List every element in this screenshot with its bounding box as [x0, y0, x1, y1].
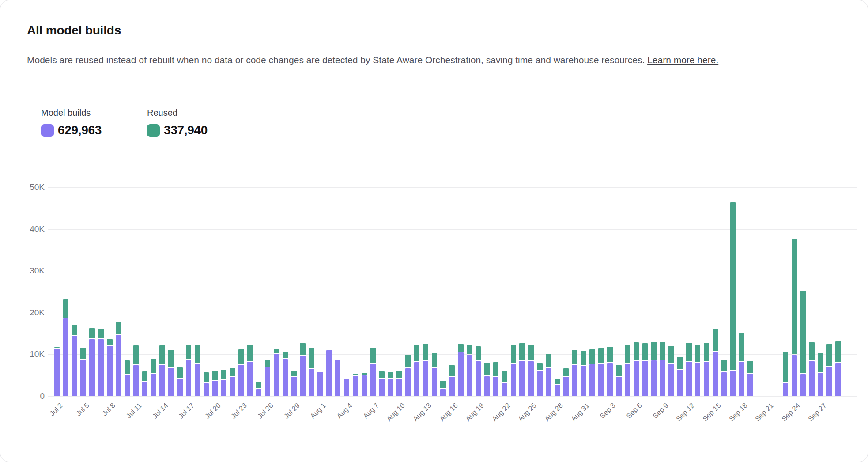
builds-bar-segment[interactable] [826, 367, 832, 396]
reused-bar-segment[interactable] [476, 346, 481, 360]
bar-group[interactable] [202, 372, 211, 396]
builds-bar-segment[interactable] [511, 364, 517, 396]
bar-group[interactable] [325, 350, 333, 396]
reused-bar-segment[interactable] [484, 363, 490, 375]
builds-bar-segment[interactable] [221, 380, 226, 396]
reused-bar-segment[interactable] [204, 372, 209, 382]
reused-bar-segment[interactable] [625, 345, 630, 363]
reused-bar-segment[interactable] [730, 202, 736, 370]
builds-bar-segment[interactable] [238, 365, 244, 396]
builds-bar-segment[interactable] [607, 363, 613, 396]
bar-group[interactable] [228, 368, 237, 396]
reused-bar-segment[interactable] [414, 345, 420, 362]
builds-bar-segment[interactable] [168, 368, 174, 396]
builds-bar-segment[interactable] [265, 367, 271, 396]
builds-bar-segment[interactable] [704, 362, 709, 396]
builds-bar-segment[interactable] [212, 381, 218, 396]
builds-bar-segment[interactable] [72, 336, 78, 396]
builds-bar-segment[interactable] [107, 346, 113, 396]
builds-bar-segment[interactable] [739, 362, 744, 396]
builds-bar-segment[interactable] [423, 361, 429, 396]
bar-group[interactable] [720, 360, 728, 396]
reused-bar-segment[interactable] [546, 354, 551, 367]
builds-bar-segment[interactable] [396, 379, 402, 396]
bar-group[interactable] [808, 342, 816, 396]
builds-bar-segment[interactable] [432, 368, 438, 396]
reused-bar-segment[interactable] [300, 343, 306, 355]
bar-group[interactable] [658, 342, 667, 396]
bar-group[interactable] [790, 239, 799, 396]
reused-bar-segment[interactable] [212, 371, 218, 380]
bar-group[interactable] [333, 360, 342, 396]
bar-group[interactable] [632, 342, 641, 396]
builds-bar-segment[interactable] [598, 364, 604, 396]
builds-bar-segment[interactable] [274, 354, 279, 396]
builds-bar-segment[interactable] [651, 360, 657, 396]
builds-bar-segment[interactable] [370, 364, 376, 396]
bar-group[interactable] [527, 345, 536, 396]
reused-bar-segment[interactable] [116, 322, 121, 334]
bar-group[interactable] [237, 349, 245, 396]
bar-group[interactable] [816, 353, 825, 396]
builds-bar-segment[interactable] [379, 379, 385, 396]
reused-bar-segment[interactable] [721, 360, 727, 371]
bar-group[interactable] [395, 371, 404, 396]
builds-bar-segment[interactable] [98, 339, 104, 396]
reused-bar-segment[interactable] [581, 351, 587, 365]
builds-bar-segment[interactable] [353, 376, 359, 396]
reused-bar-segment[interactable] [528, 345, 534, 361]
builds-bar-segment[interactable] [555, 385, 560, 396]
reused-bar-segment[interactable] [379, 371, 385, 378]
reused-bar-segment[interactable] [598, 348, 604, 363]
reused-bar-segment[interactable] [159, 345, 165, 364]
bar-group[interactable] [509, 345, 518, 397]
bar-group[interactable] [316, 372, 325, 396]
reused-bar-segment[interactable] [195, 345, 200, 363]
builds-bar-segment[interactable] [476, 361, 481, 396]
bar-group[interactable] [693, 345, 702, 396]
reused-bar-segment[interactable] [362, 373, 367, 375]
reused-bar-segment[interactable] [809, 342, 815, 361]
reused-bar-segment[interactable] [388, 372, 393, 378]
reused-bar-segment[interactable] [792, 239, 797, 354]
builds-bar-segment[interactable] [335, 360, 341, 396]
builds-bar-segment[interactable] [89, 339, 95, 396]
builds-bar-segment[interactable] [677, 370, 683, 396]
builds-bar-segment[interactable] [572, 365, 578, 396]
bar-group[interactable] [781, 352, 790, 396]
builds-bar-segment[interactable] [563, 377, 569, 396]
reused-bar-segment[interactable] [440, 381, 446, 388]
bar-group[interactable] [88, 328, 97, 396]
bar-group[interactable] [570, 350, 579, 396]
builds-bar-segment[interactable] [204, 383, 209, 396]
bar-group[interactable] [132, 345, 140, 396]
builds-bar-segment[interactable] [317, 372, 323, 396]
reused-bar-segment[interactable] [238, 349, 244, 364]
reused-bar-segment[interactable] [449, 365, 455, 376]
builds-bar-segment[interactable] [634, 361, 639, 396]
builds-bar-segment[interactable] [54, 349, 60, 396]
bar-group[interactable] [614, 365, 623, 396]
bar-group[interactable] [799, 291, 808, 396]
builds-bar-segment[interactable] [230, 377, 235, 396]
reused-bar-segment[interactable] [783, 352, 789, 382]
bar-group[interactable] [500, 371, 509, 396]
reused-bar-segment[interactable] [309, 348, 314, 368]
reused-bar-segment[interactable] [432, 353, 438, 367]
builds-bar-segment[interactable] [528, 361, 534, 396]
builds-bar-segment[interactable] [642, 361, 648, 396]
builds-bar-segment[interactable] [546, 368, 551, 396]
builds-bar-segment[interactable] [300, 356, 306, 396]
builds-bar-segment[interactable] [344, 379, 350, 396]
bar-group[interactable] [140, 371, 149, 396]
builds-bar-segment[interactable] [809, 361, 815, 396]
bar-group[interactable] [272, 349, 281, 396]
reused-bar-segment[interactable] [563, 368, 569, 376]
reused-bar-segment[interactable] [651, 342, 657, 360]
reused-bar-segment[interactable] [704, 343, 709, 362]
reused-bar-segment[interactable] [572, 350, 578, 364]
builds-bar-segment[interactable] [63, 318, 69, 396]
bar-group[interactable] [96, 329, 105, 396]
reused-bar-segment[interactable] [186, 345, 192, 359]
reused-bar-segment[interactable] [537, 363, 543, 370]
